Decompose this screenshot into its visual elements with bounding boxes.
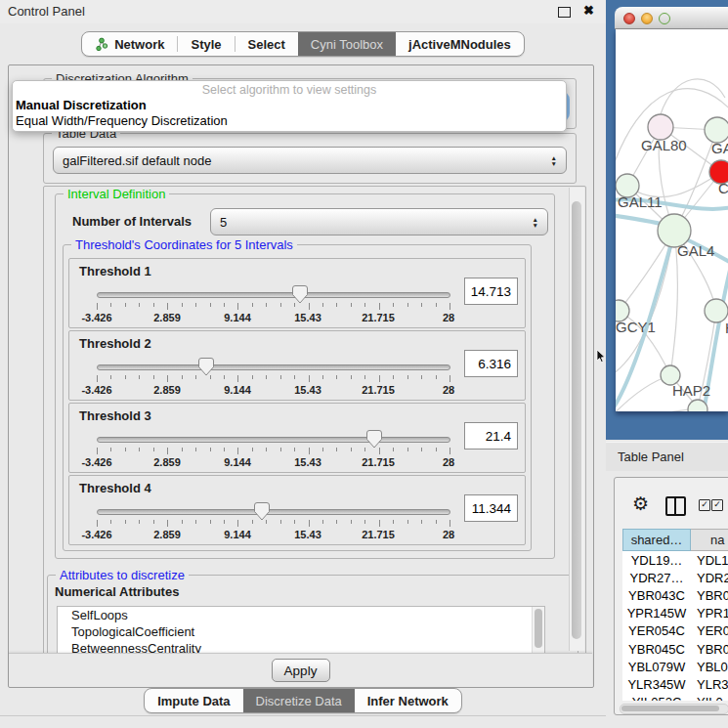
column-header-name[interactable]: na (691, 529, 728, 551)
top-tab-bar: Network Style Select Cyni Toolbox jActiv… (0, 31, 606, 57)
scrollbar-thumb[interactable] (621, 706, 719, 711)
cell-shared-name[interactable]: YER054C (622, 623, 691, 638)
dropdown-hint: Select algorithm to view settings (13, 83, 566, 97)
scrollbar-thumb[interactable] (572, 201, 581, 639)
table-row[interactable]: YBR043CYBR0 (622, 586, 728, 604)
slider-thumb[interactable] (254, 502, 270, 521)
node-label: GAL4 (677, 242, 714, 259)
cell-name[interactable]: YBL0 (691, 660, 728, 674)
cell-shared-name[interactable]: YLR345W (622, 677, 691, 692)
network-window-titlebar[interactable] (615, 7, 728, 29)
column-header-shared-name[interactable]: shared… (622, 529, 691, 551)
threshold-1-box: Threshold 1 -3.4262.8599.14415.4321.7152… (68, 258, 526, 328)
table-panel-area: ⚙ ✓ ✓ shared… na YDL19…YDL1YDR27…YDR2YBR… (606, 471, 728, 728)
tab-select[interactable]: Select (236, 32, 298, 56)
tab-impute-data[interactable]: Impute Data (145, 689, 242, 712)
columns-icon[interactable] (665, 496, 686, 516)
attribute-list-item[interactable]: TopologicalCoefficient (58, 623, 544, 640)
minimize-traffic-light[interactable] (641, 13, 653, 24)
float-window-icon[interactable] (558, 7, 571, 18)
cell-shared-name[interactable]: YBR045C (622, 642, 691, 657)
gear-icon[interactable]: ⚙ (632, 492, 649, 515)
apply-bar: Apply (9, 653, 592, 686)
table-row[interactable]: YER054CYER0 (622, 622, 728, 640)
slider-ticks (97, 375, 450, 383)
cell-name[interactable]: YER0 (691, 623, 728, 638)
cell-name[interactable]: YBR0 (691, 588, 728, 603)
tab-discretize-data[interactable]: Discretize Data (243, 689, 355, 712)
slider-track[interactable] (97, 437, 450, 443)
tab-infer-network[interactable]: Infer Network (355, 689, 461, 712)
slider-track[interactable] (97, 364, 450, 370)
horizontal-scrollbar[interactable] (620, 704, 728, 714)
dropdown-option-manual-discretization[interactable]: Manual Discretization (15, 98, 564, 112)
checkbox-icon[interactable]: ✓ (711, 499, 723, 511)
zoom-traffic-light[interactable] (659, 13, 670, 24)
node-label: HAP2 (672, 382, 710, 399)
node-table-panel: ⚙ ✓ ✓ shared… na YDL19…YDL1YDR27…YDR2YBR… (614, 477, 728, 715)
cell-shared-name[interactable]: YDR27… (622, 571, 691, 585)
close-traffic-light[interactable] (623, 13, 635, 24)
slider-tick-labels: -3.4262.8599.14415.4321.71528 (97, 529, 449, 540)
tab-cyni-toolbox[interactable]: Cyni Toolbox (298, 32, 396, 56)
cell-shared-name[interactable]: YPR145W (622, 606, 691, 621)
table-row[interactable]: YPR145WYPR1 (622, 605, 728, 622)
dropdown-option-equal-width-frequency[interactable]: Equal Width/Frequency Discretization (15, 113, 564, 128)
slider-track[interactable] (97, 292, 450, 298)
slider-thumb[interactable] (292, 285, 308, 304)
cell-shared-name[interactable]: YBL079W (622, 660, 691, 674)
threshold-3-box: Threshold 3 -3.4262.8599.14415.4321.7152… (68, 403, 526, 473)
tab-style[interactable]: Style (178, 32, 234, 56)
cell-shared-name[interactable]: YBR043C (622, 588, 691, 603)
cell-name[interactable]: YBR0 (691, 642, 728, 657)
cell-name[interactable]: YLR3 (691, 677, 728, 692)
table-row[interactable]: YBR045CYBR0 (622, 640, 728, 658)
panel-bottom-edge (0, 715, 606, 716)
num-intervals-combobox[interactable]: 5 ▲▼ (210, 208, 548, 236)
network-icon (95, 37, 109, 52)
threshold-2-slider[interactable]: -3.4262.8599.14415.4321.71528 (97, 357, 449, 396)
slider-track[interactable] (97, 509, 450, 515)
table-row[interactable]: YDR27…YDR2 (622, 569, 728, 586)
cell-shared-name[interactable]: YDL19… (622, 553, 691, 568)
vertical-scrollbar[interactable] (569, 188, 584, 651)
network-graph[interactable]: GAL80GACGAL11GAL4GCY1HHAP2 (616, 29, 728, 411)
stepper-arrows-icon: ▲▼ (533, 217, 538, 228)
threshold-4-value[interactable]: 11.344 (464, 494, 518, 522)
list-scrollbar[interactable] (532, 607, 544, 654)
section-title: Interval Definition (64, 187, 169, 201)
table-data-combobox[interactable]: galFiltered.sif default node ▲▼ (53, 147, 567, 174)
slider-thumb[interactable] (198, 358, 214, 376)
threshold-1-slider[interactable]: -3.4262.8599.14415.4321.71528 (97, 284, 449, 323)
close-icon[interactable]: ✖ (583, 3, 594, 18)
threshold-4-slider[interactable]: -3.4262.8599.14415.4321.71528 (97, 501, 449, 540)
table-row[interactable]: YIL052CYIL0 (622, 694, 728, 702)
slider-tick-labels: -3.4262.8599.14415.4321.71528 (97, 312, 449, 323)
threshold-2-value[interactable]: 6.316 (464, 350, 518, 377)
scrollbar-thumb[interactable] (535, 609, 542, 648)
threshold-3-value[interactable]: 21.4 (464, 422, 518, 450)
cell-name[interactable]: YDR2 (691, 571, 728, 585)
table-row[interactable]: YBL079WYBL0 (622, 658, 728, 675)
threshold-1-value[interactable]: 14.713 (464, 278, 518, 305)
control-panel-title: Control Panel (8, 4, 85, 19)
cell-name[interactable]: YPR1 (691, 606, 728, 621)
slider-thumb[interactable] (366, 430, 382, 449)
cell-name[interactable]: YDL1 (691, 553, 728, 568)
threshold-4-box: Threshold 4 -3.4262.8599.14415.4321.7152… (68, 475, 526, 545)
threshold-3-slider[interactable]: -3.4262.8599.14415.4321.71528 (97, 429, 449, 468)
table-body[interactable]: YDL19…YDL1YDR27…YDR2YBR043CYBR0YPR145WYP… (622, 551, 728, 701)
apply-button[interactable]: Apply (272, 659, 330, 682)
attribute-list-item[interactable]: SelfLoops (58, 607, 544, 623)
tab-jactivemnodules[interactable]: jActiveMNodules (396, 32, 524, 56)
algorithm-dropdown-popup: Select algorithm to view settings Manual… (12, 80, 567, 132)
checkbox-icon[interactable]: ✓ (699, 499, 710, 511)
table-row[interactable]: YDL19…YDL1 (622, 551, 728, 569)
numerical-attributes-list[interactable]: SelfLoopsTopologicalCoefficientBetweenne… (57, 606, 545, 655)
tab-network[interactable]: Network (82, 32, 177, 56)
cell-name[interactable]: YIL0 (691, 695, 723, 701)
table-row[interactable]: YLR345WYLR3 (622, 675, 728, 693)
cell-shared-name[interactable]: YIL052C (622, 695, 691, 701)
control-panel-titlebar: Control Panel ✖ (0, 0, 606, 23)
network-view-canvas[interactable]: GAL80GACGAL11GAL4GCY1HHAP2 (616, 29, 728, 411)
